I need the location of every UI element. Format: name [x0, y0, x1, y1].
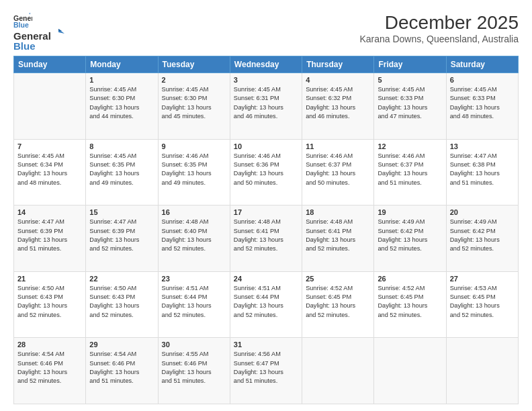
day-cell: 27Sunrise: 4:53 AM Sunset: 6:45 PM Dayli…: [446, 271, 518, 338]
day-info: Sunrise: 4:54 AM Sunset: 6:46 PM Dayligh…: [17, 350, 82, 385]
day-number: 31: [234, 340, 298, 349]
month-title: December 2025: [359, 12, 519, 34]
day-number: 10: [234, 142, 298, 150]
page: General Blue General Blue December 2025 …: [0, 0, 532, 411]
day-info: Sunrise: 4:45 AM Sunset: 6:31 PM Dayligh…: [234, 85, 298, 121]
day-number: 29: [89, 340, 154, 349]
day-info: Sunrise: 4:45 AM Sunset: 6:30 PM Dayligh…: [89, 85, 154, 121]
column-header-sunday: Sunday: [14, 56, 86, 73]
day-info: Sunrise: 4:56 AM Sunset: 6:47 PM Dayligh…: [234, 350, 298, 385]
day-info: Sunrise: 4:45 AM Sunset: 6:33 PM Dayligh…: [450, 85, 515, 121]
day-info: Sunrise: 4:49 AM Sunset: 6:42 PM Dayligh…: [450, 218, 515, 253]
day-cell: 18Sunrise: 4:48 AM Sunset: 6:41 PM Dayli…: [302, 205, 374, 272]
day-cell: [446, 338, 518, 404]
header: General Blue General Blue December 2025 …: [13, 12, 519, 52]
day-number: 2: [162, 76, 226, 84]
day-info: Sunrise: 4:52 AM Sunset: 6:45 PM Dayligh…: [378, 284, 442, 320]
logo-icon: General Blue: [13, 12, 32, 31]
day-cell: 29Sunrise: 4:54 AM Sunset: 6:46 PM Dayli…: [86, 338, 158, 404]
day-cell: 7Sunrise: 4:45 AM Sunset: 6:34 PM Daylig…: [14, 139, 86, 205]
day-cell: [14, 73, 86, 140]
week-row-4: 28Sunrise: 4:54 AM Sunset: 6:46 PM Dayli…: [14, 338, 519, 404]
day-cell: 14Sunrise: 4:47 AM Sunset: 6:39 PM Dayli…: [14, 205, 86, 272]
day-cell: 23Sunrise: 4:51 AM Sunset: 6:44 PM Dayli…: [158, 271, 230, 338]
day-cell: 2Sunrise: 4:45 AM Sunset: 6:30 PM Daylig…: [158, 73, 230, 140]
column-header-saturday: Saturday: [446, 56, 518, 73]
location-title: Karana Downs, Queensland, Australia: [359, 34, 519, 44]
day-info: Sunrise: 4:45 AM Sunset: 6:30 PM Dayligh…: [162, 85, 226, 121]
day-cell: 22Sunrise: 4:50 AM Sunset: 6:43 PM Dayli…: [86, 271, 158, 338]
day-number: 1: [89, 76, 154, 84]
day-number: 3: [234, 76, 298, 84]
logo-bird-icon: [52, 28, 64, 40]
day-info: Sunrise: 4:45 AM Sunset: 6:35 PM Dayligh…: [89, 152, 154, 187]
week-row-3: 21Sunrise: 4:50 AM Sunset: 6:43 PM Dayli…: [14, 271, 519, 338]
day-cell: 1Sunrise: 4:45 AM Sunset: 6:30 PM Daylig…: [86, 73, 158, 140]
day-info: Sunrise: 4:46 AM Sunset: 6:37 PM Dayligh…: [378, 152, 442, 187]
day-info: Sunrise: 4:49 AM Sunset: 6:42 PM Dayligh…: [378, 218, 442, 253]
day-info: Sunrise: 4:45 AM Sunset: 6:32 PM Dayligh…: [306, 85, 370, 121]
day-number: 21: [17, 275, 82, 283]
day-cell: 13Sunrise: 4:47 AM Sunset: 6:38 PM Dayli…: [446, 139, 518, 205]
day-cell: 17Sunrise: 4:48 AM Sunset: 6:41 PM Dayli…: [230, 205, 302, 272]
day-cell: 12Sunrise: 4:46 AM Sunset: 6:37 PM Dayli…: [374, 139, 446, 205]
day-cell: [302, 338, 374, 404]
column-header-tuesday: Tuesday: [158, 56, 230, 73]
day-number: 16: [162, 208, 226, 216]
day-number: 26: [378, 275, 442, 283]
day-cell: 30Sunrise: 4:55 AM Sunset: 6:46 PM Dayli…: [158, 338, 230, 404]
day-info: Sunrise: 4:55 AM Sunset: 6:46 PM Dayligh…: [162, 350, 226, 385]
day-cell: 8Sunrise: 4:45 AM Sunset: 6:35 PM Daylig…: [86, 139, 158, 205]
day-number: 9: [162, 142, 226, 150]
column-header-monday: Monday: [86, 56, 158, 73]
day-cell: 20Sunrise: 4:49 AM Sunset: 6:42 PM Dayli…: [446, 205, 518, 272]
day-cell: 28Sunrise: 4:54 AM Sunset: 6:46 PM Dayli…: [14, 338, 86, 404]
day-number: 18: [306, 208, 370, 216]
day-info: Sunrise: 4:47 AM Sunset: 6:38 PM Dayligh…: [450, 152, 515, 187]
svg-text:Blue: Blue: [13, 21, 29, 29]
day-info: Sunrise: 4:46 AM Sunset: 6:37 PM Dayligh…: [306, 152, 370, 187]
day-number: 8: [89, 142, 154, 150]
day-cell: [374, 338, 446, 404]
day-number: 15: [89, 208, 154, 216]
day-cell: 16Sunrise: 4:48 AM Sunset: 6:40 PM Dayli…: [158, 205, 230, 272]
day-number: 19: [378, 208, 442, 216]
column-header-friday: Friday: [374, 56, 446, 73]
column-header-thursday: Thursday: [302, 56, 374, 73]
day-number: 13: [450, 142, 515, 150]
calendar-header-row: SundayMondayTuesdayWednesdayThursdayFrid…: [14, 56, 519, 73]
day-cell: 3Sunrise: 4:45 AM Sunset: 6:31 PM Daylig…: [230, 73, 302, 140]
day-info: Sunrise: 4:48 AM Sunset: 6:41 PM Dayligh…: [306, 218, 370, 253]
day-number: 25: [306, 275, 370, 283]
day-cell: 11Sunrise: 4:46 AM Sunset: 6:37 PM Dayli…: [302, 139, 374, 205]
day-cell: 4Sunrise: 4:45 AM Sunset: 6:32 PM Daylig…: [302, 73, 374, 140]
day-number: 4: [306, 76, 370, 84]
logo: General Blue General Blue: [13, 12, 64, 52]
day-info: Sunrise: 4:51 AM Sunset: 6:44 PM Dayligh…: [162, 284, 226, 320]
day-number: 11: [306, 142, 370, 150]
day-info: Sunrise: 4:48 AM Sunset: 6:41 PM Dayligh…: [234, 218, 298, 253]
day-number: 7: [17, 142, 82, 150]
day-cell: 6Sunrise: 4:45 AM Sunset: 6:33 PM Daylig…: [446, 73, 518, 140]
day-info: Sunrise: 4:46 AM Sunset: 6:36 PM Dayligh…: [234, 152, 298, 187]
day-info: Sunrise: 4:53 AM Sunset: 6:45 PM Dayligh…: [450, 284, 515, 320]
day-info: Sunrise: 4:45 AM Sunset: 6:34 PM Dayligh…: [17, 152, 82, 187]
week-row-0: 1Sunrise: 4:45 AM Sunset: 6:30 PM Daylig…: [14, 73, 519, 140]
title-block: December 2025 Karana Downs, Queensland, …: [359, 12, 519, 44]
day-info: Sunrise: 4:51 AM Sunset: 6:44 PM Dayligh…: [234, 284, 298, 320]
week-row-2: 14Sunrise: 4:47 AM Sunset: 6:39 PM Dayli…: [14, 205, 519, 272]
day-info: Sunrise: 4:47 AM Sunset: 6:39 PM Dayligh…: [89, 218, 154, 253]
day-info: Sunrise: 4:50 AM Sunset: 6:43 PM Dayligh…: [89, 284, 154, 320]
day-info: Sunrise: 4:45 AM Sunset: 6:33 PM Dayligh…: [378, 85, 442, 121]
day-cell: 5Sunrise: 4:45 AM Sunset: 6:33 PM Daylig…: [374, 73, 446, 140]
day-cell: 31Sunrise: 4:56 AM Sunset: 6:47 PM Dayli…: [230, 338, 302, 404]
day-cell: 26Sunrise: 4:52 AM Sunset: 6:45 PM Dayli…: [374, 271, 446, 338]
day-info: Sunrise: 4:48 AM Sunset: 6:40 PM Dayligh…: [162, 218, 226, 253]
day-cell: 9Sunrise: 4:46 AM Sunset: 6:35 PM Daylig…: [158, 139, 230, 205]
column-header-wednesday: Wednesday: [230, 56, 302, 73]
day-number: 30: [162, 340, 226, 349]
day-number: 28: [17, 340, 82, 349]
day-number: 5: [378, 76, 442, 84]
day-info: Sunrise: 4:46 AM Sunset: 6:35 PM Dayligh…: [162, 152, 226, 187]
day-cell: 24Sunrise: 4:51 AM Sunset: 6:44 PM Dayli…: [230, 271, 302, 338]
